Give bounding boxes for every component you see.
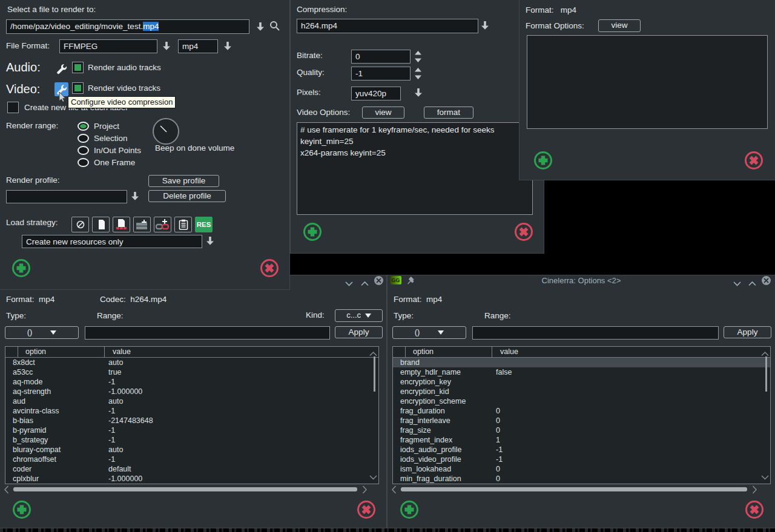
- table-row[interactable]: coderdefault: [5, 464, 378, 474]
- table-row[interactable]: encryption_kid: [393, 387, 770, 396]
- pixels-input[interactable]: yuv420p: [351, 87, 401, 100]
- browse-magnifier-icon[interactable]: [269, 21, 280, 34]
- table-row[interactable]: min_frag_duration0: [393, 474, 770, 484]
- table-row[interactable]: brand: [393, 358, 770, 367]
- profile-dropdown-arrow-icon[interactable]: [131, 191, 139, 203]
- load-replace-project-button[interactable]: [92, 217, 110, 232]
- table-row[interactable]: aq-strength-1.000000: [5, 387, 378, 396]
- radio-project[interactable]: [78, 122, 89, 131]
- range-input[interactable]: [85, 326, 330, 340]
- load-concatenate-tracks-button[interactable]: [154, 217, 171, 232]
- titlebar[interactable]: GG Cinelerra: Options <2>: [388, 275, 775, 286]
- table-row[interactable]: a53cctrue: [5, 367, 378, 377]
- close-icon[interactable]: [762, 276, 771, 285]
- table-row[interactable]: frag_interleave0: [393, 416, 770, 425]
- radio-selection[interactable]: [78, 134, 89, 143]
- ok-button[interactable]: [302, 222, 323, 245]
- vertical-scrollbar-thumb[interactable]: [765, 356, 767, 392]
- minimize-icon[interactable]: [345, 278, 353, 289]
- table-row[interactable]: encryption_key: [393, 377, 770, 387]
- create-new-file-checkbox[interactable]: [7, 102, 19, 113]
- type-dropdown[interactable]: (): [392, 326, 466, 339]
- ok-button[interactable]: [12, 499, 32, 522]
- table-row[interactable]: frag_duration0: [393, 406, 770, 416]
- bitrate-spinner[interactable]: [414, 51, 422, 65]
- scroll-down-icon[interactable]: [369, 471, 377, 482]
- file-path-input[interactable]: /home/paz/video_editing/movie_test.mp4: [6, 19, 249, 34]
- radio-inout-points[interactable]: [78, 146, 89, 155]
- table-header[interactable]: option value: [5, 347, 378, 358]
- view-button[interactable]: view: [598, 19, 641, 32]
- apply-button[interactable]: Apply: [724, 326, 771, 338]
- file-format-dropdown-arrow-icon[interactable]: [162, 41, 171, 53]
- ok-button[interactable]: [11, 258, 31, 281]
- ok-button[interactable]: [399, 499, 420, 522]
- apply-button[interactable]: Apply: [335, 326, 383, 338]
- table-row[interactable]: cplxblur-1.000000: [5, 474, 378, 484]
- table-row[interactable]: iods_video_profile-1: [393, 455, 770, 464]
- load-mode-arrow-icon[interactable]: [206, 236, 214, 248]
- table-header[interactable]: option value: [393, 347, 770, 358]
- codec-input[interactable]: h264.mp4: [297, 19, 478, 33]
- path-dropdown-arrow-icon[interactable]: [256, 22, 265, 34]
- quality-spinner[interactable]: [414, 68, 422, 82]
- table-row[interactable]: b-pyramid-1: [5, 425, 378, 435]
- horizontal-scrollbar-thumb[interactable]: [401, 487, 747, 491]
- delete-profile-button[interactable]: Delete profile: [148, 190, 226, 202]
- close-icon[interactable]: [374, 276, 383, 285]
- video-options-textarea[interactable]: # use framerate for 1 keyframe/sec, need…: [297, 122, 533, 215]
- bitrate-input[interactable]: 0: [351, 50, 411, 64]
- cancel-button[interactable]: [356, 499, 377, 522]
- load-nothing-button[interactable]: [71, 217, 89, 232]
- file-ext-dropdown-arrow-icon[interactable]: [223, 41, 232, 53]
- cancel-button[interactable]: [513, 222, 534, 245]
- render-video-checkbox[interactable]: [72, 82, 84, 94]
- table-row[interactable]: chromaoffset-1: [5, 455, 378, 464]
- ok-button[interactable]: [533, 150, 553, 173]
- maximize-icon[interactable]: [748, 278, 756, 289]
- minimize-icon[interactable]: [733, 278, 741, 289]
- table-row[interactable]: aq-mode-1: [5, 377, 378, 387]
- render-profile-input[interactable]: [6, 190, 127, 203]
- file-ext-input[interactable]: mp4: [178, 39, 218, 53]
- quality-input[interactable]: -1: [351, 67, 411, 80]
- scroll-right-icon[interactable]: [752, 485, 757, 496]
- table-row[interactable]: b_strategy-1: [5, 435, 378, 445]
- pixels-dropdown-arrow-icon[interactable]: [414, 88, 423, 100]
- scroll-down-icon[interactable]: [761, 471, 769, 482]
- cancel-button[interactable]: [744, 150, 764, 173]
- scroll-left-icon[interactable]: [391, 485, 397, 496]
- render-audio-checkbox[interactable]: [72, 62, 84, 73]
- format-options-textarea[interactable]: [527, 35, 768, 129]
- table-row[interactable]: 8x8dctauto: [5, 358, 378, 367]
- table-row[interactable]: frag_size0: [393, 425, 770, 435]
- range-input[interactable]: [472, 326, 719, 340]
- table-row[interactable]: bluray-compatauto: [5, 445, 378, 455]
- table-row[interactable]: encryption_scheme: [393, 396, 770, 406]
- cancel-button[interactable]: [744, 499, 765, 522]
- vertical-scrollbar-thumb[interactable]: [374, 356, 375, 392]
- kind-dropdown[interactable]: c...c: [335, 309, 383, 322]
- type-dropdown[interactable]: (): [5, 326, 79, 339]
- load-replace-concatenate-button[interactable]: [113, 217, 130, 232]
- save-profile-button[interactable]: Save profile: [148, 175, 219, 187]
- table-row[interactable]: b-bias-2147483648: [5, 416, 378, 425]
- horizontal-scrollbar-thumb[interactable]: [13, 487, 357, 491]
- cancel-button[interactable]: [259, 258, 280, 281]
- file-format-input[interactable]: FFMPEG: [59, 39, 157, 53]
- table-row[interactable]: empty_hdlr_namefalse: [393, 367, 770, 377]
- audio-wrench-icon[interactable]: [54, 62, 68, 76]
- maximize-icon[interactable]: [361, 278, 369, 289]
- beep-volume-knob[interactable]: [153, 118, 179, 145]
- table-row[interactable]: audauto: [5, 396, 378, 406]
- view-button[interactable]: view: [362, 107, 404, 119]
- format-button[interactable]: format: [424, 107, 473, 119]
- load-paste-button[interactable]: [174, 217, 192, 232]
- load-mode-dropdown[interactable]: Create new resources only: [22, 235, 202, 248]
- codec-dropdown-arrow-icon[interactable]: [481, 21, 489, 33]
- load-resources-button[interactable]: RES: [195, 217, 213, 232]
- load-new-tracks-button[interactable]: [133, 217, 151, 232]
- radio-one-frame[interactable]: [78, 158, 89, 167]
- table-row[interactable]: iods_audio_profile-1: [393, 445, 770, 455]
- scroll-right-icon[interactable]: [362, 485, 368, 496]
